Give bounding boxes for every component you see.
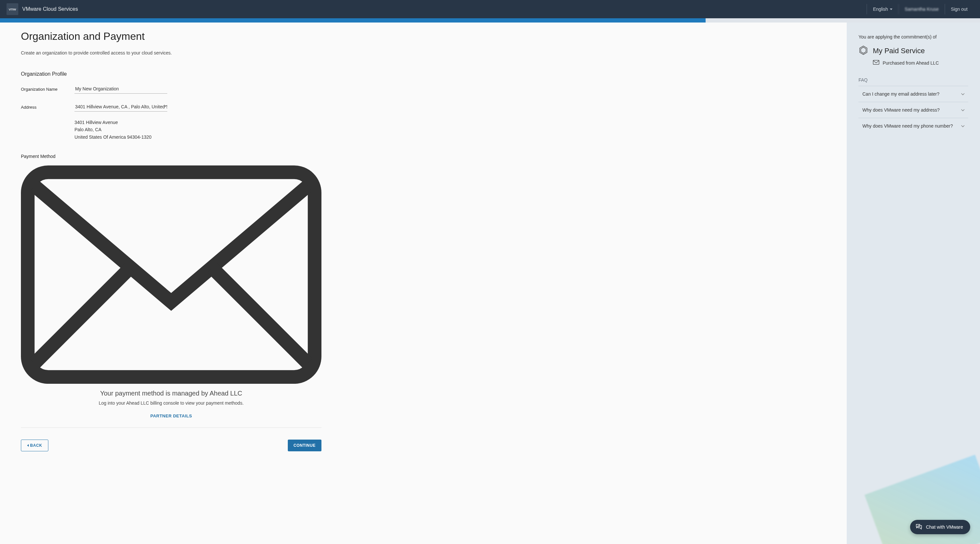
faq-heading: FAQ [859, 77, 968, 82]
svg-marker-2 [861, 47, 866, 54]
org-name-input[interactable] [75, 85, 167, 94]
progress-fill [0, 18, 706, 22]
side-lead-text: You are applying the commitment(s) of [859, 34, 968, 40]
language-selector[interactable]: English [867, 4, 898, 14]
chevron-down-icon [164, 105, 167, 107]
service-icon [859, 45, 868, 56]
payment-method-heading: Payment Method [21, 154, 826, 159]
back-button[interactable]: BACK [21, 439, 48, 451]
chat-button[interactable]: Chat with VMware [910, 520, 970, 534]
partner-details-link[interactable]: PARTNER DETAILS [21, 414, 321, 419]
service-name: My Paid Service [873, 47, 925, 55]
top-bar: vmw VMware Cloud Services English Samant… [0, 0, 980, 18]
chevron-down-icon [962, 124, 965, 128]
page-title: Organization and Payment [21, 30, 826, 43]
address-display: 3401 Hillview Avenue Palo Alto, CA Unite… [75, 119, 167, 141]
payment-subtext: Log into your Ahead LLC billing console … [21, 400, 321, 406]
chevron-down-icon [962, 108, 965, 112]
brand-title: VMware Cloud Services [22, 6, 78, 12]
purchased-from: Purchased from Ahead LLC [859, 60, 968, 66]
address-select[interactable]: 3401 Hillview Avenue, CA , Palo Alto, Un… [75, 103, 167, 112]
svg-rect-3 [873, 60, 879, 65]
vmware-logo: vmw [6, 3, 18, 15]
main-content: Organization and Payment Create an organ… [0, 22, 847, 544]
org-profile-heading: Organization Profile [21, 71, 826, 77]
continue-button[interactable]: CONTINUE [288, 439, 321, 451]
chevron-down-icon [962, 92, 965, 96]
chevron-down-icon [890, 8, 892, 10]
svg-rect-0 [28, 172, 315, 377]
user-name[interactable]: Samantha Kruse [898, 4, 944, 14]
envelope-small-icon [873, 60, 880, 66]
chevron-left-icon [27, 444, 29, 447]
faq-item-phone[interactable]: Why does VMware need my phone number? [859, 118, 968, 134]
org-name-label: Organization Name [21, 85, 75, 92]
faq-item-email[interactable]: Can I change my email address later? [859, 86, 968, 102]
envelope-icon [21, 165, 321, 384]
address-label: Address [21, 103, 75, 109]
payment-heading: Your payment method is managed by Ahead … [21, 390, 321, 397]
chat-icon [915, 523, 923, 531]
progress-bar [0, 18, 980, 22]
language-label: English [873, 6, 888, 12]
sign-out-link[interactable]: Sign out [945, 4, 974, 14]
side-panel: You are applying the commitment(s) of My… [847, 22, 980, 544]
page-subtitle: Create an organization to provide contro… [21, 50, 826, 56]
faq-item-address[interactable]: Why does VMware need my address? [859, 102, 968, 118]
service-row: My Paid Service [859, 45, 968, 56]
